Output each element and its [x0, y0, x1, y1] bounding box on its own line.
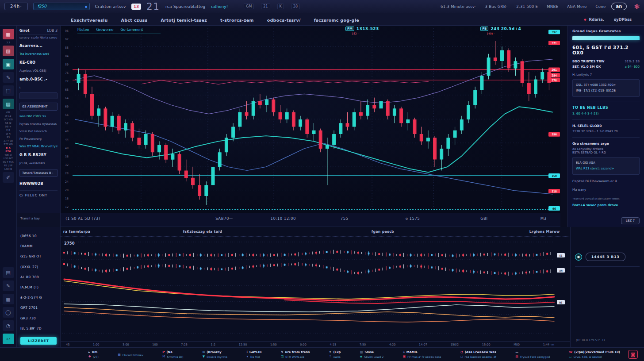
statusbar-group[interactable]: iGAYEIB▾Tra Yod: [246, 350, 261, 358]
rail-icon[interactable]: @ A: [2, 132, 15, 135]
rail-icon[interactable]: 23: [2, 136, 15, 138]
rail-icon[interactable]: USS MT: [2, 157, 15, 160]
topbar-menu-item[interactable]: 61.3 Minute assv-: [441, 4, 476, 9]
main-chart[interactable]: 9692888480767268646056524844403632282420…: [61, 26, 560, 213]
watchlist-item[interactable]: HWWW92B: [19, 181, 58, 186]
watchlist-item[interactable]: Was DT VBAL Brvrvetrystrs: [19, 145, 58, 148]
teal-photo-tile-icon[interactable]: ▣: [3, 59, 14, 69]
indicator-tab[interactable]: fsKzteczzg ela ta/d: [183, 230, 222, 234]
instrument-row[interactable]: IB, 5.89' 7D: [20, 326, 57, 330]
watchlist-item[interactable]: KE-CRO: [19, 60, 58, 65]
instrument-row[interactable]: (0656.10: [20, 234, 57, 238]
document-icon[interactable]: ▤: [3, 267, 14, 278]
edit-icon[interactable]: ✎: [3, 280, 14, 291]
rail-icon[interactable]: 27/7 LB: [2, 139, 15, 142]
rail-icon[interactable]: BTG: [2, 150, 15, 153]
circle-icon[interactable]: ◯: [3, 307, 14, 318]
gm-label[interactable]: GM: [2, 111, 15, 114]
legend-item[interactable]: Go-tamment: [121, 28, 143, 32]
watchlist-item[interactable]: amb.0-BSC .-: [19, 77, 58, 81]
statusbar-group[interactable]: + MAMIE▣Hr mus a' Fr uswas bess: [403, 350, 441, 358]
instrument-row[interactable]: GR3 730: [20, 316, 57, 320]
teal-panel-icon[interactable]: ▤: [3, 99, 14, 109]
user-avatar-icon[interactable]: ❃: [634, 3, 640, 11]
rail-icon[interactable]: 1C3 GB: [2, 118, 15, 121]
instrument-row[interactable]: £-2-2-574 G: [20, 296, 57, 300]
grid-icon[interactable]: ▦: [3, 294, 14, 304]
details-link[interactable]: H. Lortlyrts 7: [572, 73, 640, 77]
watchlist-item[interactable]: Tsrssrd/Tzssssses B -: [19, 169, 58, 177]
primary-action-button[interactable]: LIZZEBET: [20, 337, 57, 345]
statusbar-group[interactable]: ↟(Exp↑owns: [329, 350, 341, 358]
statusbar-group[interactable]: —▨Frysud Ferd esmygod: [515, 350, 550, 358]
rail-icon[interactable]: DB +: [2, 125, 15, 128]
menubar-item[interactable]: fsczsromc gog-gle: [314, 18, 359, 23]
rail-icon[interactable]: @ 12: [2, 115, 15, 117]
topbar-menu-item[interactable]: 2.31 500 E: [516, 4, 538, 9]
rail-icon[interactable]: PB | SP: [2, 164, 15, 167]
statusbar-group[interactable]: ▥Smse◈Sbvim Lewd 2: [360, 350, 383, 358]
watchlist-item[interactable]: G B R-RS2SY: [19, 153, 58, 157]
watchlist-item[interactable]: was DIV 2303 'ss: [19, 115, 58, 118]
shapes-icon[interactable]: ⬚: [3, 85, 14, 96]
pen-icon[interactable]: ✐: [3, 172, 14, 183]
rail-icon[interactable]: SS 7 TCS: [2, 161, 15, 163]
menubar-item[interactable]: Abct czuss: [121, 18, 148, 23]
watchlist-item[interactable]: GS ASSESSMENT: [19, 103, 58, 111]
btc-icon[interactable]: B X: [2, 146, 15, 149]
topbar-menu-item[interactable]: AGA Mero: [567, 4, 586, 9]
topbar-menu-item[interactable]: 3 Bus GRB-: [485, 4, 507, 9]
candlestick-chart[interactable]: 9692888480767268646056524844403632282420…: [61, 26, 560, 213]
clock-icon[interactable]: ◔: [3, 320, 14, 331]
topbar-menu-item[interactable]: Cone: [596, 4, 606, 9]
location-pin-icon[interactable]: ◉: [575, 253, 582, 261]
ratio-label[interactable]: 3.3: [2, 41, 15, 44]
instrument-row[interactable]: G15 GRI OT: [20, 254, 57, 258]
time-axis[interactable]: (1 S0 AL 5D (73)SAB70—10:10 12:00755e 15…: [61, 213, 560, 227]
legend-item[interactable]: Grewerne: [96, 28, 114, 32]
indicator-chart[interactable]: SIANBI: [61, 237, 571, 337]
instrument-row[interactable]: AL RR 700: [20, 275, 57, 279]
draw-icon[interactable]: ✎: [3, 72, 14, 83]
topbar-tool-icon[interactable]: GM: [244, 4, 254, 9]
search-input[interactable]: f250: [33, 3, 90, 10]
watchlist-item[interactable]: Tra inversness szet: [19, 52, 58, 56]
statusbar-group[interactable]: R(Brooroy▼Ebusra myrovs: [203, 350, 227, 358]
indicator-tab[interactable]: fgan pescb: [372, 230, 394, 234]
indicator-panel[interactable]: ra fanmtorpafsKzteczzg ela ta/dfgan pesc…: [61, 227, 571, 347]
menubar-item[interactable]: Exschrtvereslu: [71, 18, 108, 23]
instrument-row[interactable]: IA.M.M (T): [20, 285, 57, 289]
menubar-item[interactable]: Artotj temicl-tssez: [161, 18, 207, 23]
statusbar-group[interactable]: W(2/pa)(vavvsrmed P50s 10)◡Crva. 43B, w …: [569, 350, 620, 358]
rail-icon[interactable]: SB (2: [2, 122, 15, 124]
panel-footer-link[interactable]: Borr+4 savec prom drove: [572, 203, 640, 207]
topbar-tool-icon[interactable]: 38: [291, 4, 300, 9]
statusbar-group[interactable]: ▸Om✚(27): [88, 350, 99, 358]
rail-icon[interactable]: LSM B: [2, 168, 15, 170]
menubar-item[interactable]: t-strorcs-zem: [220, 18, 254, 23]
notification-badge[interactable]: 13: [131, 4, 142, 10]
rail-icon[interactable]: Tati-al: [2, 154, 15, 156]
topbar-tool-icon[interactable]: 21: [261, 4, 270, 9]
statusbar-group[interactable]: ↯ure from trens◫0TH WSW-ala: [281, 350, 310, 358]
instrument-row[interactable]: (XXXL 27): [20, 265, 57, 269]
topbar-menu-item[interactable]: MNBE: [547, 4, 558, 9]
indicator-tab[interactable]: ra fanmtorpa: [63, 230, 91, 234]
panel-footer-button[interactable]: LBZ 7: [621, 217, 640, 224]
watchlist-item[interactable]: Asarrera...: [19, 43, 58, 48]
app-logo[interactable]: 24h-: [4, 3, 28, 10]
legend-item[interactable]: Pásten: [77, 28, 89, 32]
teal-action-icon[interactable]: ↩: [3, 334, 14, 344]
statusbar-group[interactable]: P(NaMKrmmra Dr): [162, 350, 183, 358]
account-pill[interactable]: an: [611, 3, 627, 10]
topbar-tool-icon[interactable]: K: [277, 4, 284, 9]
pink-photo-tile-icon[interactable]: ▨: [3, 46, 14, 56]
status-alert-icon[interactable]: ◙: [628, 350, 638, 359]
instrument-row[interactable]: DIAMM: [20, 244, 57, 248]
alert-button[interactable]: 14445 3 B13: [586, 253, 625, 261]
indicator-tab[interactable]: Lrgiens Marow: [529, 230, 560, 234]
rail-icon[interactable]: Z77 GB: [2, 143, 15, 146]
menubar-item[interactable]: odbocs-tssrv/: [267, 18, 301, 23]
instrument-row[interactable]: GRT 2701: [20, 306, 57, 310]
rail-icon[interactable]: V B: [2, 129, 15, 131]
